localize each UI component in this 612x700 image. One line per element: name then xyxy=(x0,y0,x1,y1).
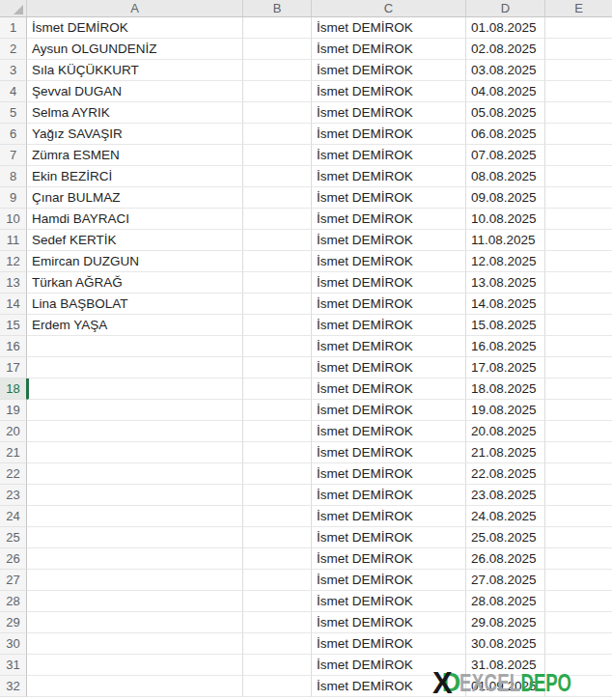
cell-B31[interactable] xyxy=(243,655,312,676)
cell-D22[interactable]: 22.08.2025 xyxy=(466,463,545,485)
cell-E18[interactable] xyxy=(545,378,612,400)
cell-D19[interactable]: 19.08.2025 xyxy=(466,400,545,421)
cell-D8[interactable]: 08.08.2025 xyxy=(466,166,545,187)
cell-A17[interactable] xyxy=(27,357,243,378)
cell-C1[interactable]: İsmet DEMİROK xyxy=(312,17,466,39)
row-header-25[interactable]: 25 xyxy=(0,527,27,548)
cell-E5[interactable] xyxy=(545,102,612,124)
column-header-b[interactable]: B xyxy=(243,0,312,16)
cell-C22[interactable]: İsmet DEMİROK xyxy=(312,463,466,485)
row-header-27[interactable]: 27 xyxy=(0,570,27,591)
cell-A1[interactable]: İsmet DEMİROK xyxy=(27,17,243,39)
row-header-20[interactable]: 20 xyxy=(0,421,27,442)
cell-E15[interactable] xyxy=(545,315,612,336)
cell-E17[interactable] xyxy=(545,357,612,378)
cell-B14[interactable] xyxy=(243,294,312,315)
cell-C23[interactable]: İsmet DEMİROK xyxy=(312,485,466,506)
cell-E27[interactable] xyxy=(545,570,612,591)
cell-C11[interactable]: İsmet DEMİROK xyxy=(312,230,466,251)
cell-B28[interactable] xyxy=(243,591,312,612)
row-header-26[interactable]: 26 xyxy=(0,548,27,570)
cell-D29[interactable]: 29.08.2025 xyxy=(466,612,545,633)
cell-E2[interactable] xyxy=(545,39,612,60)
cell-B25[interactable] xyxy=(243,527,312,548)
cell-D11[interactable]: 11.08.2025 xyxy=(466,230,545,251)
cell-D12[interactable]: 12.08.2025 xyxy=(466,251,545,272)
cell-B2[interactable] xyxy=(243,39,312,60)
cell-A11[interactable]: Sedef KERTİK xyxy=(27,230,243,251)
cell-D21[interactable]: 21.08.2025 xyxy=(466,442,545,463)
row-header-24[interactable]: 24 xyxy=(0,506,27,527)
cell-D17[interactable]: 17.08.2025 xyxy=(466,357,545,378)
row-header-28[interactable]: 28 xyxy=(0,591,27,612)
row-header-32[interactable]: 32 xyxy=(0,676,27,697)
row-header-2[interactable]: 2 xyxy=(0,39,27,60)
cell-A23[interactable] xyxy=(27,485,243,506)
column-header-a[interactable]: A xyxy=(27,0,243,16)
cell-C7[interactable]: İsmet DEMİROK xyxy=(312,145,466,166)
cell-B15[interactable] xyxy=(243,315,312,336)
cell-E10[interactable] xyxy=(545,209,612,230)
row-header-29[interactable]: 29 xyxy=(0,612,27,633)
cell-C31[interactable]: İsmet DEMİROK xyxy=(312,655,466,676)
row-header-5[interactable]: 5 xyxy=(0,102,27,124)
cell-C17[interactable]: İsmet DEMİROK xyxy=(312,357,466,378)
cell-A14[interactable]: Lina BAŞBOLAT xyxy=(27,294,243,315)
row-header-16[interactable]: 16 xyxy=(0,336,27,357)
row-header-11[interactable]: 11 xyxy=(0,230,27,251)
cell-E28[interactable] xyxy=(545,591,612,612)
cell-A3[interactable]: Sıla KÜÇÜKKURT xyxy=(27,60,243,81)
row-header-3[interactable]: 3 xyxy=(0,60,27,81)
row-header-13[interactable]: 13 xyxy=(0,272,27,294)
cell-D30[interactable]: 30.08.2025 xyxy=(466,633,545,655)
row-header-15[interactable]: 15 xyxy=(0,315,27,336)
cell-E3[interactable] xyxy=(545,60,612,81)
cell-A31[interactable] xyxy=(27,655,243,676)
cell-B23[interactable] xyxy=(243,485,312,506)
cell-B21[interactable] xyxy=(243,442,312,463)
cell-C9[interactable]: İsmet DEMİROK xyxy=(312,187,466,209)
cell-B24[interactable] xyxy=(243,506,312,527)
cell-A28[interactable] xyxy=(27,591,243,612)
column-header-d[interactable]: D xyxy=(466,0,545,16)
row-header-17[interactable]: 17 xyxy=(0,357,27,378)
cell-B4[interactable] xyxy=(243,81,312,102)
cell-E14[interactable] xyxy=(545,294,612,315)
cell-C8[interactable]: İsmet DEMİROK xyxy=(312,166,466,187)
cell-D15[interactable]: 15.08.2025 xyxy=(466,315,545,336)
cell-A18[interactable] xyxy=(27,378,243,400)
cell-B30[interactable] xyxy=(243,633,312,655)
cell-B17[interactable] xyxy=(243,357,312,378)
cell-C28[interactable]: İsmet DEMİROK xyxy=(312,591,466,612)
select-all-corner[interactable] xyxy=(0,0,27,16)
cell-C4[interactable]: İsmet DEMİROK xyxy=(312,81,466,102)
cell-A22[interactable] xyxy=(27,463,243,485)
cell-E32[interactable] xyxy=(545,676,612,697)
cell-C15[interactable]: İsmet DEMİROK xyxy=(312,315,466,336)
cell-A12[interactable]: Emircan DUZGUN xyxy=(27,251,243,272)
cell-B16[interactable] xyxy=(243,336,312,357)
cell-A25[interactable] xyxy=(27,527,243,548)
cell-E6[interactable] xyxy=(545,124,612,145)
cell-D20[interactable]: 20.08.2025 xyxy=(466,421,545,442)
cell-D18[interactable]: 18.08.2025 xyxy=(466,378,545,400)
cell-E19[interactable] xyxy=(545,400,612,421)
cell-E9[interactable] xyxy=(545,187,612,209)
cell-C26[interactable]: İsmet DEMİROK xyxy=(312,548,466,570)
cell-E29[interactable] xyxy=(545,612,612,633)
cell-A9[interactable]: Çınar BULMAZ xyxy=(27,187,243,209)
cell-C32[interactable]: İsmet DEMİROK xyxy=(312,676,466,697)
cell-C27[interactable]: İsmet DEMİROK xyxy=(312,570,466,591)
cell-B9[interactable] xyxy=(243,187,312,209)
cell-E23[interactable] xyxy=(545,485,612,506)
cell-A26[interactable] xyxy=(27,548,243,570)
cell-B8[interactable] xyxy=(243,166,312,187)
row-header-4[interactable]: 4 xyxy=(0,81,27,102)
row-header-18[interactable]: 18 xyxy=(0,378,27,400)
cell-C20[interactable]: İsmet DEMİROK xyxy=(312,421,466,442)
cell-A32[interactable] xyxy=(27,676,243,697)
cell-C6[interactable]: İsmet DEMİROK xyxy=(312,124,466,145)
cell-D9[interactable]: 09.08.2025 xyxy=(466,187,545,209)
cell-D7[interactable]: 07.08.2025 xyxy=(466,145,545,166)
cell-E25[interactable] xyxy=(545,527,612,548)
